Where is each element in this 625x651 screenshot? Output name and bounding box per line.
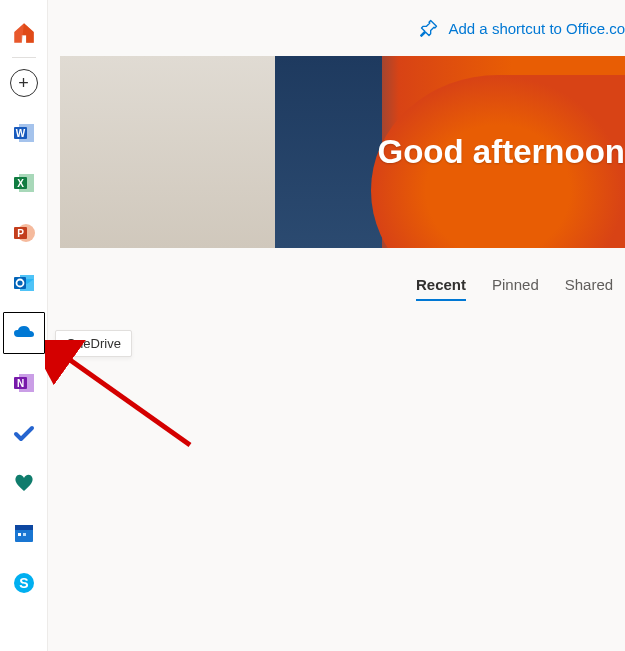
sidebar-item-skype[interactable]: S bbox=[2, 561, 46, 605]
tab-pinned[interactable]: Pinned bbox=[492, 276, 539, 301]
hero-greeting: Good afternoon bbox=[378, 133, 625, 171]
excel-icon: X bbox=[12, 171, 36, 195]
hero-banner: Good afternoon bbox=[60, 56, 625, 248]
add-shortcut-link[interactable]: Add a shortcut to Office.co bbox=[419, 18, 625, 38]
tab-shared-label: Shared bbox=[565, 276, 613, 293]
tooltip-label: OneDrive bbox=[66, 336, 121, 351]
outlook-icon bbox=[12, 271, 36, 295]
svg-text:S: S bbox=[19, 575, 28, 591]
plus-icon: + bbox=[10, 69, 38, 97]
shortcut-link-label: Add a shortcut to Office.co bbox=[449, 20, 625, 37]
svg-line-21 bbox=[63, 355, 190, 445]
todo-icon bbox=[12, 421, 36, 445]
sidebar-item-excel[interactable]: X bbox=[2, 161, 46, 205]
skype-icon: S bbox=[12, 571, 36, 595]
svg-text:W: W bbox=[15, 128, 25, 139]
sidebar-item-outlook[interactable] bbox=[2, 261, 46, 305]
word-icon: W bbox=[12, 121, 36, 145]
onenote-icon: N bbox=[12, 371, 36, 395]
sidebar-item-word[interactable]: W bbox=[2, 111, 46, 155]
svg-text:X: X bbox=[17, 178, 24, 189]
pin-icon bbox=[419, 18, 439, 38]
topbar: Add a shortcut to Office.co bbox=[48, 0, 625, 56]
heart-icon bbox=[12, 471, 36, 495]
sidebar-item-todo[interactable] bbox=[2, 411, 46, 455]
tab-pinned-label: Pinned bbox=[492, 276, 539, 293]
onedrive-icon bbox=[12, 321, 36, 345]
sidebar-item-create[interactable]: + bbox=[2, 61, 46, 105]
sidebar-item-calendar[interactable] bbox=[2, 511, 46, 555]
tab-recent[interactable]: Recent bbox=[416, 276, 466, 301]
tab-recent-label: Recent bbox=[416, 276, 466, 293]
powerpoint-icon: P bbox=[12, 221, 36, 245]
tooltip-onedrive: OneDrive bbox=[55, 330, 132, 357]
tab-shared[interactable]: Shared bbox=[565, 276, 613, 301]
sidebar-item-onenote[interactable]: N bbox=[2, 361, 46, 405]
svg-rect-18 bbox=[23, 533, 26, 536]
sidebar-item-powerpoint[interactable]: P bbox=[2, 211, 46, 255]
sidebar-item-family[interactable] bbox=[2, 461, 46, 505]
sidebar-item-onedrive[interactable] bbox=[2, 311, 46, 355]
sidebar-item-home[interactable] bbox=[2, 11, 46, 55]
svg-text:N: N bbox=[16, 378, 23, 389]
arrow-annotation bbox=[45, 340, 205, 460]
svg-text:P: P bbox=[17, 228, 24, 239]
recent-tabs: Recent Pinned Shared bbox=[416, 276, 613, 301]
svg-rect-17 bbox=[18, 533, 21, 536]
sidebar: + W X P N S bbox=[0, 0, 48, 651]
home-icon bbox=[11, 20, 37, 46]
svg-rect-16 bbox=[15, 525, 33, 530]
calendar-icon bbox=[12, 521, 36, 545]
